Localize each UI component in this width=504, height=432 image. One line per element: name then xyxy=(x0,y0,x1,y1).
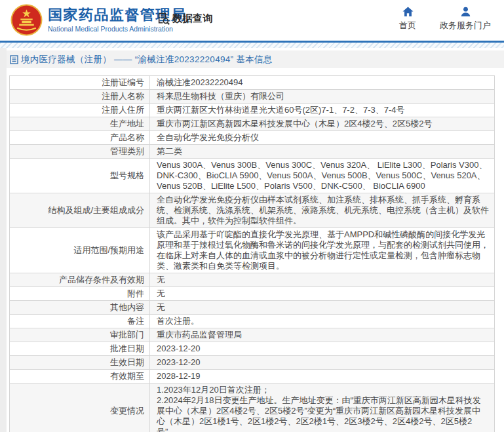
table-row: 生效日期 2023-12-20 xyxy=(10,356,495,370)
row-label: 批准日期 xyxy=(10,342,150,356)
table-row: 注册证编号 渝械注准20232220494 xyxy=(10,76,495,90)
table-row: 其他内容 无 xyxy=(10,301,495,315)
row-label: 生产地址 xyxy=(10,117,150,131)
table-row: 产品名称 全自动化学发光免疫分析仪 xyxy=(10,131,495,145)
table-row: 生产地址 重庆市两江新区高新园木星科技发展中心（木星）2区4楼2号、2区5楼2号 xyxy=(10,117,495,131)
table-row: 产品储存条件及有效期 无 xyxy=(10,273,495,287)
national-emblem-icon xyxy=(10,4,43,36)
header-hatch-strip xyxy=(0,43,504,48)
table-row: 注册人住所 重庆两江新区大竹林街道星光大道60号(2区)7-1、7-2、7-3、… xyxy=(10,104,495,117)
row-label: 生效日期 xyxy=(10,356,150,370)
table-row: 审批部门 重庆市药品监督管理局 xyxy=(10,328,495,342)
row-value: 2028-12-19 xyxy=(150,370,495,383)
row-label: 注册人住所 xyxy=(10,104,150,117)
main-content: 境内医疗器械（注册） —— “渝械注准20232220494” 基本信息 注册证… xyxy=(7,50,504,432)
row-label: 变更情况 xyxy=(10,383,150,432)
nav-label-home: 首页 xyxy=(399,20,416,31)
row-value: Venus 300A、Venus 300B、Venus 300C、Venus 3… xyxy=(150,159,495,193)
row-value: 全自动化学发光免疫分析仪 xyxy=(150,131,495,145)
document-icon xyxy=(10,55,18,64)
row-value: 2023-12-20 xyxy=(150,356,495,370)
row-value: 无 xyxy=(150,287,495,301)
row-value: 全自动化学发光免疫分析仪由样本试剂系统、加注系统、排杯系统、抓手系统、孵育系统、… xyxy=(150,193,495,228)
table-row: 适用范围/预期用途 该产品采用基于吖啶酯的直接化学发光原理、基于AMPPD和碱性… xyxy=(10,228,495,273)
row-label: 备注 xyxy=(10,315,150,328)
nav-label-service-portal: 政务服务门户 xyxy=(440,20,491,31)
row-label: 结构及组成/主要组成成分 xyxy=(10,193,150,228)
table-row: 结构及组成/主要组成成分 全自动化学发光免疫分析仪由样本试剂系统、加注系统、排杯… xyxy=(10,193,495,228)
row-label: 有效期至 xyxy=(10,370,150,383)
row-label: 其他内容 xyxy=(10,301,150,315)
row-value: 1.2023年12月20日首次注册； 2.2024年2月18日变更生产地址。生产… xyxy=(150,383,495,432)
row-value: 科来思生物科技（重庆）有限公司 xyxy=(150,90,495,104)
data-query-menu[interactable]: 数据查询 xyxy=(157,12,213,26)
row-value: 无 xyxy=(150,273,495,287)
table-row: 附件 无 xyxy=(10,287,495,301)
top-nav: 首页 政务服务门户 xyxy=(399,7,491,31)
row-label: 产品名称 xyxy=(10,131,150,145)
table-row: 管理类别 第二类 xyxy=(10,145,495,159)
row-label: 型号规格 xyxy=(10,159,150,193)
row-label: 注册人名称 xyxy=(10,90,150,104)
user-icon xyxy=(460,7,471,17)
home-icon xyxy=(402,7,414,17)
registration-info-table: 注册证编号 渝械注准20232220494 注册人名称 科来思生物科技（重庆）有… xyxy=(9,75,495,432)
data-query-label: 数据查询 xyxy=(172,12,213,25)
row-value: 第二类 xyxy=(150,145,495,159)
table-row: 型号规格 Venus 300A、Venus 300B、Venus 300C、Ve… xyxy=(10,159,495,193)
row-label: 适用范围/预期用途 xyxy=(10,228,150,273)
row-value: 无 xyxy=(150,301,495,315)
row-value: 重庆市两江新区高新园木星科技发展中心（木星）2区4楼2号、2区5楼2号 xyxy=(150,117,495,131)
table-row: 注册人名称 科来思生物科技（重庆）有限公司 xyxy=(10,90,495,104)
nav-item-service-portal[interactable]: 政务服务门户 xyxy=(440,7,491,31)
left-gutter xyxy=(0,48,7,432)
row-value: 该产品采用基于吖啶酯的直接化学发光原理、基于AMPPD和碱性磷酸酶的间接化学发光… xyxy=(150,228,495,273)
breadcrumb-text: 境内医疗器械（注册） —— “渝械注准20232220494” 基本信息 xyxy=(21,54,273,66)
nav-item-home[interactable]: 首页 xyxy=(399,7,416,31)
site-header: 国家药品监督管理局 National Medical Products Admi… xyxy=(0,0,504,41)
table-row: 有效期至 2028-12-19 xyxy=(10,370,495,383)
table-row: 备注 首次注册。 xyxy=(10,315,495,328)
row-value: 重庆两江新区大竹林街道星光大道60号(2区)7-1、7-2、7-3、7-4号 xyxy=(150,104,495,117)
row-value: 渝械注准20232220494 xyxy=(150,76,495,90)
row-value: 2023-12-20 xyxy=(150,342,495,356)
row-label: 审批部门 xyxy=(10,328,150,342)
row-label: 管理类别 xyxy=(10,145,150,159)
document-search-icon xyxy=(157,12,170,26)
table-row: 批准日期 2023-12-20 xyxy=(10,342,495,356)
row-label: 注册证编号 xyxy=(10,76,150,90)
row-value: 重庆市药品监督管理局 xyxy=(150,328,495,342)
row-value: 首次注册。 xyxy=(150,315,495,328)
row-label: 附件 xyxy=(10,287,150,301)
table-row: 变更情况 1.2023年12月20日首次注册； 2.2024年2月18日变更生产… xyxy=(10,383,495,432)
row-label: 产品储存条件及有效期 xyxy=(10,273,150,287)
breadcrumb: 境内医疗器械（注册） —— “渝械注准20232220494” 基本信息 xyxy=(7,50,504,68)
agency-subtitle: National Medical Products Administration xyxy=(48,24,187,33)
